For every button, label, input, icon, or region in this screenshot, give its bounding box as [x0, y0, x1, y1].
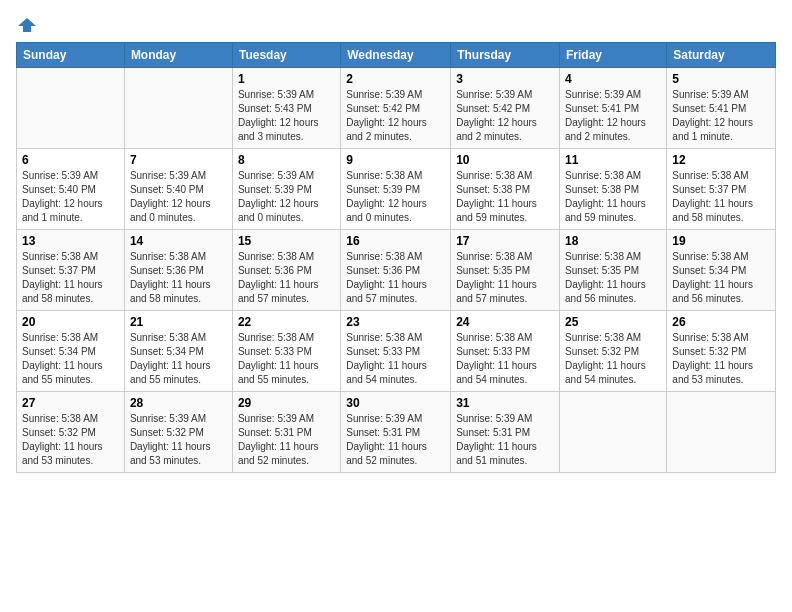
- column-header-friday: Friday: [560, 43, 667, 68]
- calendar-cell: 20Sunrise: 5:38 AM Sunset: 5:34 PM Dayli…: [17, 311, 125, 392]
- calendar-cell: 12Sunrise: 5:38 AM Sunset: 5:37 PM Dayli…: [667, 149, 776, 230]
- column-header-tuesday: Tuesday: [232, 43, 340, 68]
- day-number: 25: [565, 315, 661, 329]
- calendar-cell: 17Sunrise: 5:38 AM Sunset: 5:35 PM Dayli…: [451, 230, 560, 311]
- calendar-cell: 19Sunrise: 5:38 AM Sunset: 5:34 PM Dayli…: [667, 230, 776, 311]
- day-info: Sunrise: 5:38 AM Sunset: 5:32 PM Dayligh…: [22, 412, 119, 468]
- day-info: Sunrise: 5:39 AM Sunset: 5:40 PM Dayligh…: [22, 169, 119, 225]
- day-number: 11: [565, 153, 661, 167]
- day-number: 20: [22, 315, 119, 329]
- calendar-cell: 16Sunrise: 5:38 AM Sunset: 5:36 PM Dayli…: [341, 230, 451, 311]
- day-number: 31: [456, 396, 554, 410]
- calendar-cell: 24Sunrise: 5:38 AM Sunset: 5:33 PM Dayli…: [451, 311, 560, 392]
- day-info: Sunrise: 5:39 AM Sunset: 5:41 PM Dayligh…: [672, 88, 770, 144]
- day-number: 13: [22, 234, 119, 248]
- day-number: 3: [456, 72, 554, 86]
- day-info: Sunrise: 5:38 AM Sunset: 5:38 PM Dayligh…: [456, 169, 554, 225]
- day-number: 17: [456, 234, 554, 248]
- day-info: Sunrise: 5:38 AM Sunset: 5:36 PM Dayligh…: [346, 250, 445, 306]
- day-info: Sunrise: 5:38 AM Sunset: 5:36 PM Dayligh…: [130, 250, 227, 306]
- day-number: 27: [22, 396, 119, 410]
- calendar-week-row: 20Sunrise: 5:38 AM Sunset: 5:34 PM Dayli…: [17, 311, 776, 392]
- column-header-thursday: Thursday: [451, 43, 560, 68]
- day-info: Sunrise: 5:39 AM Sunset: 5:40 PM Dayligh…: [130, 169, 227, 225]
- day-number: 28: [130, 396, 227, 410]
- calendar-cell: 28Sunrise: 5:39 AM Sunset: 5:32 PM Dayli…: [124, 392, 232, 473]
- column-header-saturday: Saturday: [667, 43, 776, 68]
- day-number: 1: [238, 72, 335, 86]
- day-number: 12: [672, 153, 770, 167]
- calendar-cell: 1Sunrise: 5:39 AM Sunset: 5:43 PM Daylig…: [232, 68, 340, 149]
- day-number: 5: [672, 72, 770, 86]
- calendar-cell: 31Sunrise: 5:39 AM Sunset: 5:31 PM Dayli…: [451, 392, 560, 473]
- day-number: 10: [456, 153, 554, 167]
- calendar-cell: 9Sunrise: 5:38 AM Sunset: 5:39 PM Daylig…: [341, 149, 451, 230]
- day-number: 6: [22, 153, 119, 167]
- calendar-cell: 29Sunrise: 5:39 AM Sunset: 5:31 PM Dayli…: [232, 392, 340, 473]
- day-info: Sunrise: 5:38 AM Sunset: 5:38 PM Dayligh…: [565, 169, 661, 225]
- column-header-monday: Monday: [124, 43, 232, 68]
- column-header-wednesday: Wednesday: [341, 43, 451, 68]
- day-number: 16: [346, 234, 445, 248]
- calendar-cell: 4Sunrise: 5:39 AM Sunset: 5:41 PM Daylig…: [560, 68, 667, 149]
- day-number: 30: [346, 396, 445, 410]
- day-number: 8: [238, 153, 335, 167]
- calendar-cell: 6Sunrise: 5:39 AM Sunset: 5:40 PM Daylig…: [17, 149, 125, 230]
- day-number: 29: [238, 396, 335, 410]
- svg-marker-0: [18, 18, 36, 32]
- calendar-week-row: 1Sunrise: 5:39 AM Sunset: 5:43 PM Daylig…: [17, 68, 776, 149]
- calendar-cell: 3Sunrise: 5:39 AM Sunset: 5:42 PM Daylig…: [451, 68, 560, 149]
- day-number: 15: [238, 234, 335, 248]
- day-info: Sunrise: 5:39 AM Sunset: 5:31 PM Dayligh…: [238, 412, 335, 468]
- day-info: Sunrise: 5:39 AM Sunset: 5:32 PM Dayligh…: [130, 412, 227, 468]
- day-info: Sunrise: 5:38 AM Sunset: 5:32 PM Dayligh…: [672, 331, 770, 387]
- day-info: Sunrise: 5:38 AM Sunset: 5:34 PM Dayligh…: [22, 331, 119, 387]
- day-number: 2: [346, 72, 445, 86]
- day-info: Sunrise: 5:38 AM Sunset: 5:34 PM Dayligh…: [130, 331, 227, 387]
- day-info: Sunrise: 5:38 AM Sunset: 5:33 PM Dayligh…: [456, 331, 554, 387]
- calendar-cell: 8Sunrise: 5:39 AM Sunset: 5:39 PM Daylig…: [232, 149, 340, 230]
- calendar-header: SundayMondayTuesdayWednesdayThursdayFrid…: [17, 43, 776, 68]
- page-header: [16, 16, 776, 30]
- day-number: 4: [565, 72, 661, 86]
- calendar-cell: 27Sunrise: 5:38 AM Sunset: 5:32 PM Dayli…: [17, 392, 125, 473]
- calendar-cell: 5Sunrise: 5:39 AM Sunset: 5:41 PM Daylig…: [667, 68, 776, 149]
- calendar-cell: 14Sunrise: 5:38 AM Sunset: 5:36 PM Dayli…: [124, 230, 232, 311]
- calendar-week-row: 6Sunrise: 5:39 AM Sunset: 5:40 PM Daylig…: [17, 149, 776, 230]
- calendar-cell: 7Sunrise: 5:39 AM Sunset: 5:40 PM Daylig…: [124, 149, 232, 230]
- calendar-cell: 22Sunrise: 5:38 AM Sunset: 5:33 PM Dayli…: [232, 311, 340, 392]
- day-info: Sunrise: 5:38 AM Sunset: 5:37 PM Dayligh…: [672, 169, 770, 225]
- calendar-cell: 26Sunrise: 5:38 AM Sunset: 5:32 PM Dayli…: [667, 311, 776, 392]
- day-info: Sunrise: 5:39 AM Sunset: 5:42 PM Dayligh…: [456, 88, 554, 144]
- day-info: Sunrise: 5:38 AM Sunset: 5:33 PM Dayligh…: [238, 331, 335, 387]
- day-info: Sunrise: 5:38 AM Sunset: 5:36 PM Dayligh…: [238, 250, 335, 306]
- calendar-cell: 30Sunrise: 5:39 AM Sunset: 5:31 PM Dayli…: [341, 392, 451, 473]
- calendar-cell: 25Sunrise: 5:38 AM Sunset: 5:32 PM Dayli…: [560, 311, 667, 392]
- day-info: Sunrise: 5:38 AM Sunset: 5:32 PM Dayligh…: [565, 331, 661, 387]
- calendar-cell: 10Sunrise: 5:38 AM Sunset: 5:38 PM Dayli…: [451, 149, 560, 230]
- day-number: 21: [130, 315, 227, 329]
- day-number: 18: [565, 234, 661, 248]
- day-info: Sunrise: 5:39 AM Sunset: 5:43 PM Dayligh…: [238, 88, 335, 144]
- day-number: 19: [672, 234, 770, 248]
- day-number: 9: [346, 153, 445, 167]
- day-info: Sunrise: 5:39 AM Sunset: 5:42 PM Dayligh…: [346, 88, 445, 144]
- day-info: Sunrise: 5:38 AM Sunset: 5:33 PM Dayligh…: [346, 331, 445, 387]
- calendar-cell: 15Sunrise: 5:38 AM Sunset: 5:36 PM Dayli…: [232, 230, 340, 311]
- calendar-cell: 21Sunrise: 5:38 AM Sunset: 5:34 PM Dayli…: [124, 311, 232, 392]
- day-number: 7: [130, 153, 227, 167]
- logo-bird-icon: [18, 16, 36, 34]
- day-info: Sunrise: 5:38 AM Sunset: 5:39 PM Dayligh…: [346, 169, 445, 225]
- day-number: 26: [672, 315, 770, 329]
- calendar-week-row: 27Sunrise: 5:38 AM Sunset: 5:32 PM Dayli…: [17, 392, 776, 473]
- calendar-cell: 2Sunrise: 5:39 AM Sunset: 5:42 PM Daylig…: [341, 68, 451, 149]
- calendar-cell: 11Sunrise: 5:38 AM Sunset: 5:38 PM Dayli…: [560, 149, 667, 230]
- calendar-cell: [17, 68, 125, 149]
- calendar-cell: [667, 392, 776, 473]
- calendar-week-row: 13Sunrise: 5:38 AM Sunset: 5:37 PM Dayli…: [17, 230, 776, 311]
- day-number: 23: [346, 315, 445, 329]
- day-info: Sunrise: 5:38 AM Sunset: 5:34 PM Dayligh…: [672, 250, 770, 306]
- calendar-cell: [560, 392, 667, 473]
- day-info: Sunrise: 5:38 AM Sunset: 5:37 PM Dayligh…: [22, 250, 119, 306]
- logo: [16, 16, 36, 30]
